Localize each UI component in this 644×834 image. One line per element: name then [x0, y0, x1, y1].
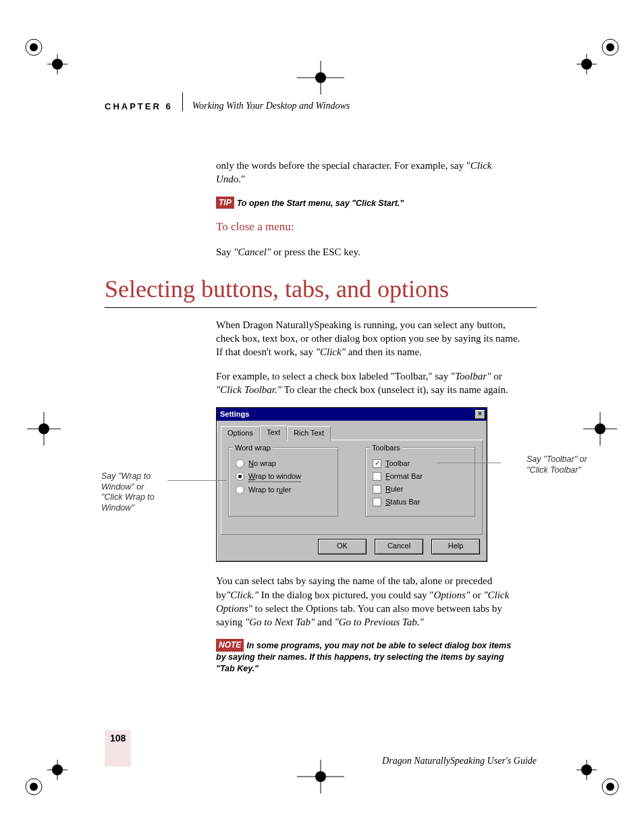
checkbox-icon	[373, 472, 381, 481]
crop-mark-icon	[297, 54, 344, 101]
intro-paragraph: only the words before the special charac…	[216, 159, 523, 186]
head-divider	[182, 93, 183, 111]
close-menu-heading: To close a menu:	[216, 219, 523, 235]
svg-point-18	[595, 423, 606, 434]
note-badge: NOTE	[216, 639, 244, 651]
crop-mark-icon	[576, 405, 624, 452]
svg-point-1	[30, 43, 38, 51]
chapter-label: CHAPTER 6	[105, 101, 173, 111]
dialog-titlebar: Settings ×	[217, 408, 487, 421]
svg-point-15	[38, 423, 49, 434]
svg-point-12	[315, 72, 326, 83]
close-menu-mid: or press the	[271, 246, 323, 257]
chapter-title: Working With Your Desktop and Windows	[192, 101, 350, 111]
para1-post: and then its name.	[346, 346, 422, 357]
svg-point-23	[52, 764, 63, 775]
radio-icon	[236, 459, 244, 468]
toolbars-group: Toolbars ✓ Toolbar Toolbar Format Bar Fo…	[365, 447, 475, 517]
running-head: CHAPTER 6 Working With Your Desktop and …	[105, 98, 537, 111]
svg-point-28	[581, 764, 592, 775]
page-number: 108	[105, 730, 131, 766]
close-menu-pre: Say	[216, 246, 234, 257]
svg-point-6	[606, 43, 614, 51]
callout-left: Say "Wrap to Window" or "Click Wrap to W…	[101, 471, 165, 514]
dialog-title: Settings	[220, 409, 249, 419]
intro-text-post: ."	[238, 174, 245, 184]
wordwrap-group: Word wrap NNo wrapo wrap Wrap to window …	[228, 447, 338, 517]
ok-button[interactable]: OK	[318, 539, 367, 554]
radio-label: NNo wrapo wrap	[248, 459, 276, 469]
checkbox-toolbar[interactable]: ✓ Toolbar Toolbar	[373, 459, 468, 469]
checkbox-status-bar[interactable]: Status Bar Status Bar	[373, 497, 468, 507]
p3-mid1: In the dialog box pictured, you could sa…	[259, 590, 433, 600]
checkbox-label: Ruler	[385, 484, 403, 494]
para2-em2: "Click Toolbar."	[216, 384, 281, 395]
callout-right: Say "Toolbar" or "Click Toolbar"	[527, 454, 591, 475]
page-footer: 108 Dragon NaturallySpeaking User's Guid…	[105, 730, 537, 766]
svg-point-9	[581, 59, 592, 70]
cancel-button[interactable]: Cancel	[375, 539, 423, 554]
checkbox-format-bar[interactable]: Format Bar Format Bar	[373, 471, 468, 481]
radio-wrap-to-window[interactable]: Wrap to window Wrap to window	[236, 471, 331, 482]
section-rule	[105, 307, 537, 308]
toolbars-legend: Toolbars	[370, 443, 402, 453]
para2-post: To clear the check box (unselect it), sa…	[281, 384, 508, 395]
crop-mark-icon	[576, 753, 624, 800]
svg-point-20	[30, 783, 38, 791]
close-menu-key: ESC	[323, 246, 342, 257]
help-button[interactable]: Help	[431, 539, 480, 554]
note-callout: NOTEIn some programs, you may not be abl…	[216, 639, 523, 675]
radio-icon	[236, 472, 244, 481]
para-3: You can select tabs by saying the name o…	[216, 574, 523, 629]
checkbox-ruler[interactable]: Ruler Ruler	[373, 484, 468, 494]
radio-icon	[236, 486, 244, 494]
tab-options[interactable]: Options	[221, 426, 260, 441]
para-1: When Dragon NaturallySpeaking is running…	[216, 318, 523, 359]
close-icon[interactable]: ×	[475, 409, 485, 419]
para-2: For example, to select a check box label…	[216, 369, 523, 397]
crop-mark-icon	[20, 753, 68, 800]
dialog-tabs: Options Text Rich Text	[217, 421, 487, 440]
callout-line-left	[167, 480, 227, 481]
p3-mid4: and	[315, 617, 334, 627]
checkbox-icon	[373, 498, 381, 506]
svg-point-31	[315, 771, 326, 782]
p3-em2: Options"	[433, 590, 470, 600]
settings-dialog: Settings × Options Text Rich Text Word w…	[216, 407, 487, 562]
para2-mid: or	[491, 371, 502, 382]
close-menu-em: "Cancel"	[234, 246, 271, 257]
wordwrap-legend: Word wrap	[233, 443, 273, 453]
tab-text[interactable]: Text	[260, 425, 287, 440]
crop-mark-icon	[20, 405, 68, 452]
crop-mark-icon	[20, 34, 68, 81]
section-title: Selecting buttons, tabs, and options	[105, 276, 537, 303]
checkbox-icon	[373, 485, 381, 494]
svg-point-4	[52, 59, 63, 70]
dialog-button-row: OK Cancel Help	[217, 539, 487, 561]
close-menu-post: key.	[342, 246, 360, 257]
page-content: CHAPTER 6 Working With Your Desktop and …	[105, 98, 537, 685]
dialog-figure: Say "Wrap to Window" or "Click Wrap to W…	[216, 407, 523, 562]
intro-text-pre: only the words before the special charac…	[216, 160, 471, 171]
tab-rich-text[interactable]: Rich Text	[287, 426, 331, 441]
radio-no-wrap[interactable]: NNo wrapo wrap	[236, 459, 331, 469]
footer-title: Dragon NaturallySpeaking User's Guide	[382, 756, 537, 766]
crop-mark-icon	[576, 34, 624, 81]
checkbox-label: Format Bar	[385, 471, 423, 481]
para2-em1: Toolbar"	[455, 371, 491, 382]
p3-em4: "Go to Next Tab"	[245, 617, 315, 627]
p3-em5: "Go to Previous Tab."	[334, 617, 423, 627]
checkbox-label: Status Bar	[385, 497, 420, 507]
checkbox-label: Toolbar	[385, 459, 410, 469]
p3-mid2: or	[470, 590, 483, 600]
checkbox-icon: ✓	[373, 459, 381, 468]
tip-callout: TIPTo open the Start menu, say "Click St…	[216, 197, 523, 209]
radio-label: Wrap to window	[248, 471, 301, 482]
radio-label: Wrap to ruler	[248, 485, 291, 495]
tip-badge: TIP	[216, 197, 234, 209]
para1-em: "Click"	[316, 346, 346, 357]
radio-wrap-to-ruler[interactable]: Wrap to ruler Wrap to ruler	[236, 485, 331, 495]
note-text: In some programs, you may not be able to…	[216, 641, 511, 673]
dialog-body: Word wrap NNo wrapo wrap Wrap to window …	[221, 440, 483, 535]
p3-em1: "Click."	[226, 590, 259, 600]
